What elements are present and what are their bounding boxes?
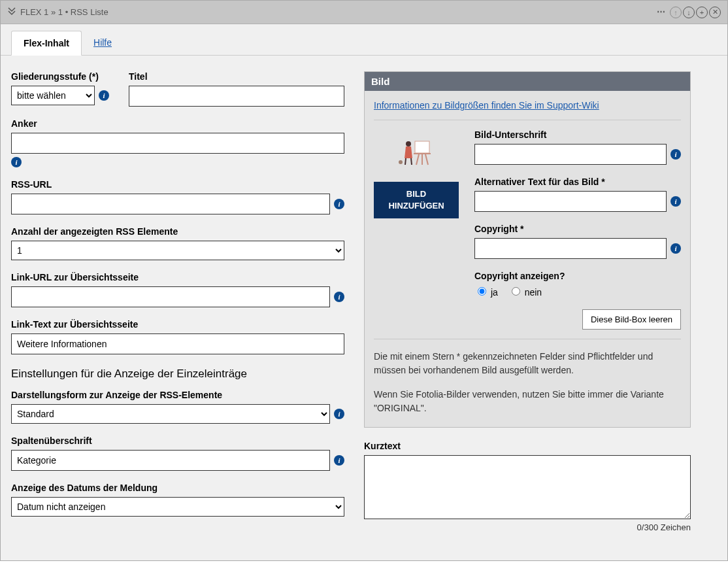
add-image-button[interactable]: BILD HINZUFÜGEN (374, 182, 459, 218)
radio-yes-label: ja (491, 287, 498, 298)
svg-line-7 (411, 158, 412, 165)
titel-label: Titel (129, 71, 344, 82)
collapse-icon[interactable] (7, 7, 16, 18)
svg-line-2 (416, 154, 419, 165)
char-count: 0/300 Zeichen (364, 522, 691, 532)
info-icon[interactable]: i (334, 409, 344, 419)
anzahl-select[interactable]: 1 (11, 241, 344, 260)
anzahl-label: Anzahl der angezeigten RSS Elemente (11, 226, 344, 237)
titlebar: FLEX 1 » 1 • RSS Liste ⋯ ↑ ↓ + ✕ (1, 1, 727, 24)
close-icon[interactable]: ✕ (709, 7, 721, 18)
panel-title: Bild (365, 72, 690, 91)
support-wiki-link[interactable]: Informationen zu Bildgrößen finden Sie i… (374, 100, 599, 111)
tab-hilfe[interactable]: Hilfe (82, 31, 124, 55)
titlebar-text: FLEX 1 » 1 • RSS Liste (20, 7, 108, 17)
linkurl-label: Link-URL zur Übersichtsseite (11, 272, 344, 282)
svg-line-6 (405, 158, 406, 165)
titel-input[interactable] (129, 86, 344, 107)
info-icon[interactable]: i (11, 157, 22, 167)
copyright-label: Copyright * (474, 224, 681, 234)
more-icon[interactable]: ⋯ (657, 7, 669, 18)
linktext-input[interactable] (11, 333, 344, 354)
radio-yes[interactable] (478, 287, 486, 296)
svg-point-8 (399, 160, 403, 164)
info-icon[interactable]: i (670, 196, 681, 207)
linkurl-input[interactable] (11, 286, 330, 307)
radio-no-label: nein (525, 287, 542, 298)
help-text-2: Wenn Sie Fotolia-Bilder verwenden, nutze… (374, 388, 681, 415)
section-heading: Einstellungen für die Anzeige der Einzel… (11, 367, 344, 381)
anker-input[interactable] (11, 133, 344, 154)
caption-input[interactable] (474, 144, 667, 165)
radio-no[interactable] (512, 287, 520, 296)
gliederungsstufe-select[interactable]: bitte wählen (11, 86, 95, 105)
svg-rect-0 (415, 141, 429, 153)
caption-label: Bild-Unterschrift (474, 129, 681, 140)
gliederungsstufe-label: Gliederungsstufe (*) (11, 71, 109, 82)
datum-select[interactable]: Datum nicht anzeigen (11, 497, 344, 517)
down-icon[interactable]: ↓ (683, 7, 695, 18)
darstellung-label: Darstellungsform zur Anzeige der RSS-Ele… (11, 390, 344, 400)
svg-line-3 (425, 154, 428, 165)
help-text-1: Die mit einem Stern * gekennzeichneten F… (374, 350, 681, 377)
rssurl-label: RSS-URL (11, 179, 344, 190)
anker-label: Anker (11, 118, 344, 129)
svg-rect-1 (414, 153, 431, 154)
info-icon[interactable]: i (334, 199, 344, 209)
tabs: Flex-Inhalt Hilfe (1, 24, 727, 56)
bild-panel: Bild Informationen zu Bildgrößen finden … (364, 71, 691, 428)
tab-flex-inhalt[interactable]: Flex-Inhalt (11, 31, 82, 56)
datum-label: Anzeige des Datums der Meldung (11, 483, 344, 493)
info-icon[interactable]: i (334, 455, 344, 466)
spalte-label: Spaltenüberschrift (11, 435, 344, 446)
alt-input[interactable] (474, 191, 667, 212)
alt-label: Alternativer Text für das Bild * (474, 177, 681, 187)
editor-window: FLEX 1 » 1 • RSS Liste ⋯ ↑ ↓ + ✕ // simp… (0, 0, 728, 561)
svg-point-5 (406, 141, 411, 146)
image-placeholder-icon (397, 136, 436, 169)
info-icon[interactable]: i (670, 243, 681, 254)
info-icon[interactable]: i (670, 149, 681, 160)
kurztext-textarea[interactable] (364, 455, 691, 519)
add-icon[interactable]: + (696, 7, 708, 18)
spalte-input[interactable] (11, 450, 330, 471)
info-icon[interactable]: i (99, 90, 109, 101)
darstellung-select[interactable]: Standard (11, 404, 330, 424)
show-copyright-label: Copyright anzeigen? (474, 271, 681, 281)
info-icon[interactable]: i (334, 292, 344, 302)
copyright-input[interactable] (474, 238, 667, 259)
kurztext-label: Kurztext (364, 441, 691, 451)
up-icon[interactable]: ↑ (670, 7, 682, 18)
linktext-label: Link-Text zur Übersichtsseite (11, 319, 344, 330)
rssurl-input[interactable] (11, 194, 330, 214)
clear-image-button[interactable]: Diese Bild-Box leeren (582, 309, 681, 330)
